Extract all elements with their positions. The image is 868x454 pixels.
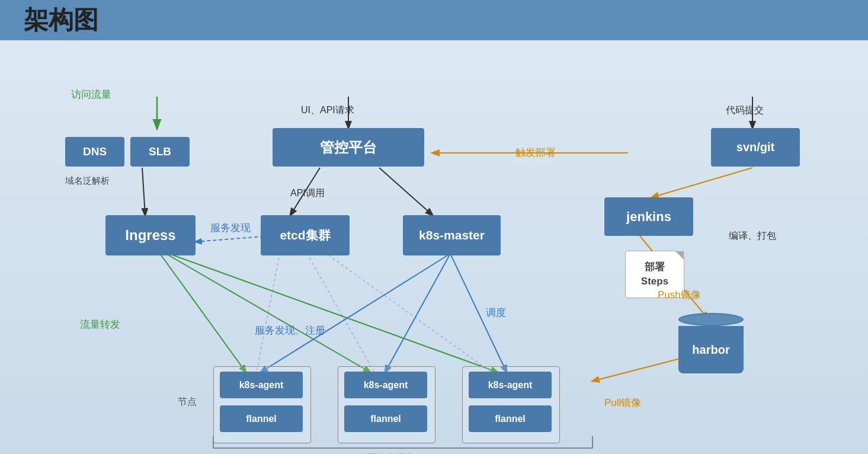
- main-content: DNS SLB 管控平台 svn/git jenkins Ingress etc…: [0, 40, 868, 454]
- cylinder-body: harbor: [678, 326, 744, 373]
- label-push-image: Push镜像: [658, 288, 701, 302]
- label-api-call: API调用: [290, 187, 325, 200]
- svg-line-10: [196, 236, 270, 242]
- node-group-1: k8s-agent flannel: [213, 366, 311, 443]
- jenkins-box: jenkins: [604, 197, 693, 236]
- cylinder-top: [678, 313, 744, 326]
- ingress-box: Ingress: [105, 215, 196, 255]
- label-service-discovery: 服务发现: [210, 221, 251, 235]
- svg-line-17: [261, 254, 450, 372]
- svg-line-15: [166, 254, 370, 372]
- svg-line-14: [160, 254, 246, 372]
- svg-line-13: [314, 245, 504, 381]
- etcd-box: etcd集群: [261, 215, 350, 255]
- management-platform-box: 管控平台: [273, 128, 424, 167]
- label-trigger-deploy: 触发部署: [515, 146, 556, 159]
- k8s-agent-box-2: k8s-agent: [344, 372, 427, 398]
- svg-line-3: [142, 168, 145, 215]
- header: 架构图: [0, 0, 868, 40]
- label-schedule: 调度: [486, 306, 506, 319]
- k8s-agent-box-1: k8s-agent: [220, 372, 303, 398]
- svg-line-12: [302, 245, 379, 381]
- svg-line-7: [652, 168, 752, 197]
- svg-line-16: [169, 254, 498, 372]
- node-group-3: k8s-agent flannel: [462, 366, 560, 443]
- k8s-master-box: k8s-master: [403, 215, 501, 255]
- flannel-box-2: flannel: [344, 405, 427, 432]
- node-group-2: k8s-agent flannel: [338, 366, 435, 443]
- label-access-traffic: 访问流量: [71, 88, 111, 101]
- svn-git-box: svn/git: [711, 128, 800, 167]
- label-traffic-forward: 流量转发: [80, 318, 120, 331]
- label-service-reg: 服务发现、注册: [255, 324, 325, 337]
- svg-line-5: [379, 168, 433, 215]
- label-compile-pack: 编译、打包: [729, 230, 776, 242]
- k8s-agent-box-3: k8s-agent: [469, 372, 552, 398]
- harbor-cylinder: harbor: [678, 313, 744, 373]
- label-ui-api: UI、API请求: [301, 104, 354, 117]
- label-node: 节点: [178, 396, 197, 408]
- flannel-box-3: flannel: [469, 405, 552, 432]
- svg-line-11: [255, 245, 281, 381]
- svg-line-18: [385, 254, 450, 372]
- label-pull-image: Pull镜像: [604, 396, 641, 410]
- page-title: 架构图: [24, 4, 98, 37]
- label-code-commit: 代码提交: [726, 104, 764, 117]
- flannel-box-1: flannel: [220, 405, 303, 432]
- dns-box: DNS: [65, 137, 124, 167]
- label-dns-resolution: 域名泛解析: [65, 175, 110, 187]
- slb-box: SLB: [130, 137, 190, 167]
